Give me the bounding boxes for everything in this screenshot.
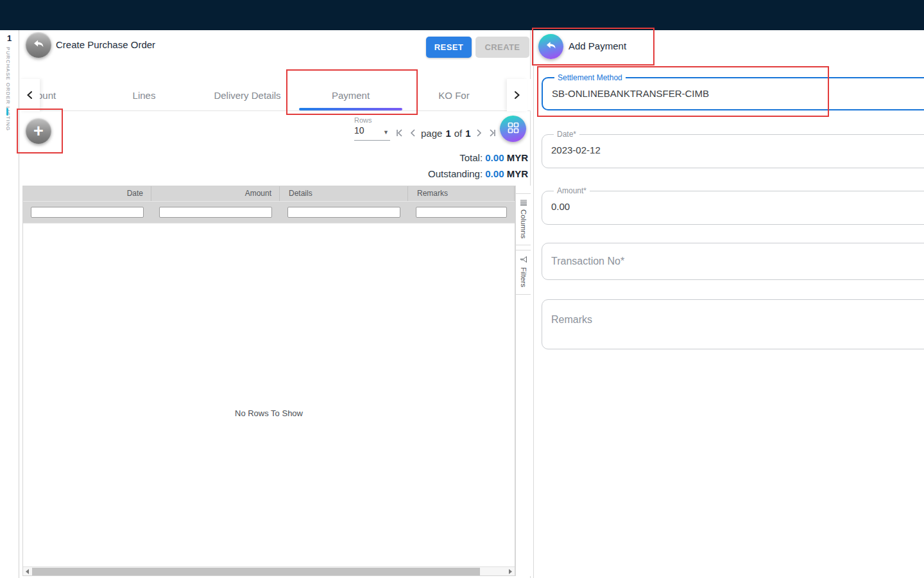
last-page-button[interactable]	[488, 128, 497, 137]
total-currency: MYR	[507, 152, 528, 163]
scroll-right-arrow[interactable]	[506, 567, 515, 576]
settlement-method-field[interactable]: Settlement Method SB-ONLINEBANKTRANSFER-…	[542, 73, 924, 110]
page-title: Create Purchase Order	[56, 39, 155, 50]
settlement-method-label: Settlement Method	[554, 73, 626, 82]
horizontal-scrollbar	[23, 566, 515, 575]
filter-cell-date	[23, 202, 151, 223]
outstanding-line: Outstanding: 0.00 MYR	[428, 166, 528, 182]
scrollbar-track[interactable]	[31, 567, 506, 576]
amount-value[interactable]: 0.00	[550, 195, 924, 212]
total-line: Total: 0.00 MYR	[428, 150, 528, 166]
amount-field[interactable]: Amount* 0.00	[542, 186, 924, 225]
filters-tab-label: Filters	[520, 267, 527, 287]
columns-icon	[520, 199, 527, 206]
column-header-amount[interactable]: Amount	[151, 186, 280, 201]
table-header-row: Date Amount Details Remarks	[23, 186, 515, 201]
payments-table: Date Amount Details Remarks No Rows To S…	[22, 186, 515, 576]
filter-input-details[interactable]	[287, 207, 400, 218]
filter-funnel-icon	[520, 256, 527, 263]
total-pages-number: 1	[465, 128, 470, 139]
purchase-order-pane: Create Purchase Order RESET CREATE ount …	[19, 30, 531, 578]
rows-per-page-label: Rows	[354, 116, 372, 124]
back-button[interactable]	[26, 32, 51, 58]
rail-step-number: 1	[7, 33, 12, 43]
app-header-bar	[0, 0, 924, 30]
add-payment-title: Add Payment	[569, 40, 626, 51]
create-button[interactable]: CREATE	[475, 37, 529, 58]
tabs-scroll-left-button[interactable]	[19, 79, 40, 111]
reset-button[interactable]: RESET	[426, 37, 472, 58]
tab-ko-for[interactable]: KO For	[402, 79, 506, 111]
remarks-label: Remarks	[542, 314, 592, 325]
current-page-number: 1	[445, 128, 450, 139]
previous-page-button[interactable]	[409, 128, 416, 137]
filter-input-date[interactable]	[31, 207, 144, 218]
add-payment-row-button[interactable]: +	[26, 118, 51, 144]
outstanding-label: Outstanding:	[428, 168, 483, 179]
total-value: 0.00	[485, 152, 504, 163]
scrollbar-thumb[interactable]	[32, 568, 480, 575]
tab-lines[interactable]: Lines	[92, 79, 196, 111]
tab-payment[interactable]: Payment	[299, 79, 402, 111]
tab-bar: ount Lines Delivery Details Payment KO F…	[19, 79, 531, 111]
grid-tool-strip: Columns Filters	[515, 186, 531, 576]
grid-2x2-icon	[507, 121, 520, 137]
rows-per-page-value: 10	[354, 125, 364, 136]
page-indicator: page 1 of 1	[421, 128, 471, 139]
outstanding-value: 0.00	[485, 168, 504, 179]
active-tab-indicator	[299, 108, 402, 110]
scroll-left-arrow[interactable]	[23, 567, 31, 576]
breadcrumb-rail: 1 PURCHASE ORDER LISTING	[0, 30, 19, 578]
back-arrow-icon	[31, 37, 46, 53]
grid-view-button[interactable]	[500, 116, 526, 142]
tabs-scroll-right-button[interactable]	[507, 79, 527, 111]
date-label: Date*	[554, 130, 579, 139]
caret-down-icon: ▼	[383, 129, 389, 136]
outstanding-currency: MYR	[507, 168, 528, 179]
column-header-details[interactable]: Details	[280, 186, 408, 201]
transaction-no-field[interactable]: Transaction No*	[542, 243, 924, 280]
amount-label: Amount*	[554, 186, 590, 195]
table-body: No Rows To Show	[23, 223, 515, 566]
transaction-no-label: Transaction No*	[542, 256, 624, 267]
triangle-left-icon	[26, 569, 29, 574]
chevron-right-icon	[513, 91, 521, 100]
plus-icon: +	[33, 119, 44, 143]
next-page-button[interactable]	[475, 128, 483, 137]
columns-tab-label: Columns	[520, 209, 527, 238]
chevron-left-icon	[26, 91, 33, 100]
column-header-date[interactable]: Date	[23, 186, 151, 201]
filter-input-remarks[interactable]	[416, 207, 507, 218]
add-payment-panel: Add Payment Settlement Method SB-ONLINEB…	[533, 30, 924, 578]
first-page-button[interactable]	[395, 128, 404, 137]
settlement-method-value[interactable]: SB-ONLINEBANKTRANSFER-CIMB	[551, 82, 924, 99]
columns-panel-tab[interactable]: Columns	[516, 193, 531, 245]
rail-purchase-order-listing-label[interactable]: PURCHASE ORDER LISTING	[5, 47, 11, 131]
table-filter-row	[23, 201, 515, 223]
add-payment-back-button[interactable]	[538, 34, 563, 59]
rows-per-page-select[interactable]: 10 ▼	[354, 125, 390, 141]
date-field[interactable]: Date* 2023-02-12	[542, 130, 924, 168]
rail-scroll-thumb[interactable]	[6, 108, 8, 116]
empty-table-message: No Rows To Show	[23, 408, 515, 418]
date-value[interactable]: 2023-02-12	[550, 139, 924, 155]
of-word: of	[454, 128, 463, 139]
filter-cell-details	[280, 202, 408, 223]
tab-delivery-details[interactable]: Delivery Details	[196, 79, 299, 111]
filters-panel-tab[interactable]: Filters	[516, 250, 531, 294]
filter-cell-remarks	[408, 202, 515, 223]
total-label: Total:	[459, 152, 483, 163]
back-arrow-icon	[544, 39, 558, 55]
tab-amount-clipped[interactable]: ount	[37, 79, 56, 111]
pagination: page 1 of 1	[395, 125, 497, 141]
filter-input-amount[interactable]	[159, 207, 272, 218]
column-header-remarks[interactable]: Remarks	[408, 186, 515, 201]
totals-summary: Total: 0.00 MYR Outstanding: 0.00 MYR	[428, 150, 528, 182]
filter-cell-amount	[151, 202, 280, 223]
page-word: page	[421, 128, 442, 139]
triangle-right-icon	[509, 569, 512, 574]
remarks-field[interactable]: Remarks	[542, 299, 924, 349]
